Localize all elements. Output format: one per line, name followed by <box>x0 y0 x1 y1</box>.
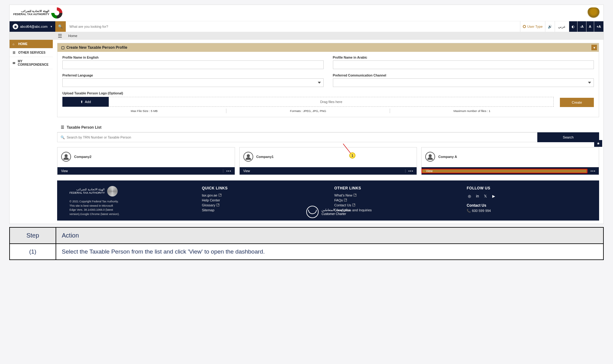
add-file-button[interactable]: ⬆ Add <box>62 97 109 107</box>
brand-header: الهيئة الاتحادية للضرائب FEDERAL TAX AUT… <box>10 5 603 21</box>
sidebar: ⌂ HOME ☰ OTHER SERVICES ✉ MY CORRESPONDE… <box>10 40 53 224</box>
list-search-button[interactable]: Search <box>537 132 599 142</box>
screenshot-region: الهيئة الاتحادية للضرائب FEDERAL TAX AUT… <box>9 5 604 224</box>
footer-logo-en: FEDERAL TAX AUTHORITY <box>69 191 105 195</box>
list-search-wrap: 🔍 <box>57 132 537 142</box>
charter-text-en: Customer Charter <box>321 212 350 216</box>
profile-name-ar-label: Profile Name in Arabic <box>333 56 594 59</box>
profile-name-en-label: Profile Name in English <box>62 56 324 59</box>
hint-max-size: Max File Size : 5 MB <box>62 109 226 113</box>
fta-swirl-icon <box>51 7 62 19</box>
view-button[interactable]: View <box>57 169 223 173</box>
profile-name-ar-input[interactable] <box>333 60 594 69</box>
youtube-icon[interactable]: ▶ <box>491 193 496 199</box>
create-profile-panel: ▢ Create New Taxable Person Profile ▾ Pr… <box>57 43 599 117</box>
list-header: ☰ Taxable Person List <box>57 123 599 132</box>
sidebar-item-other-services[interactable]: ☰ OTHER SERVICES <box>10 48 53 57</box>
user-avatar-icon: ◉ <box>13 24 18 29</box>
contrast-button[interactable]: ◐ <box>569 21 577 32</box>
upload-icon: ⬆ <box>80 100 83 104</box>
copyright-line: © 2021 Copyright Federal Tax Authority. <box>69 200 190 204</box>
charter-text-ar: ميثاق إسعاد المتعاملين <box>321 208 350 212</box>
upload-hints: Max File Size : 5 MB Formats : JPEG, JPG… <box>62 109 554 113</box>
hamburger-menu-button[interactable]: ☰ <box>10 33 65 39</box>
view-button[interactable]: View <box>240 169 405 173</box>
callout-marker-1: 1 <box>349 152 355 159</box>
font-decrease-button[interactable]: -A <box>577 21 586 32</box>
footer-link[interactable]: FAQs <box>334 198 455 202</box>
company-name: Company2 <box>74 155 91 159</box>
sidebar-item-my-correspondence[interactable]: ✉ MY CORRESPONDENCE <box>10 57 53 69</box>
add-button-label: Add <box>85 100 91 104</box>
hint-formats: Formats : JPEG, JPG, PNG <box>226 109 390 113</box>
upload-logo-label: Upload Taxable Person Logo (Optional) <box>62 91 554 95</box>
preferred-language-label: Preferred Language <box>62 73 324 77</box>
follow-us-heading: FOLLOW US <box>467 186 587 190</box>
table-row: (1) Select the Taxable Person from the l… <box>10 244 603 260</box>
language-toggle[interactable]: عربي <box>555 21 569 32</box>
sidebar-label: MY CORRESPONDENCE <box>18 60 50 66</box>
contrast-icon: ◐ <box>572 25 575 29</box>
customer-charter[interactable]: ميثاق إسعاد المتعاملين Customer Charter <box>306 206 350 218</box>
search-button[interactable]: 🔍 <box>55 21 66 32</box>
font-normal-button[interactable]: A <box>586 21 594 32</box>
drag-drop-zone[interactable]: Drag files here <box>109 97 554 107</box>
other-links-heading: OTHER LINKS <box>334 186 455 190</box>
user-type-button[interactable]: User Type <box>520 21 545 32</box>
top-bar: ◉ abcd64@abc.com ▾ 🔍 User Type 🔊 عربي ◐ … <box>10 21 603 32</box>
footer-link[interactable]: Glossary <box>202 203 322 207</box>
chevron-down-icon: ▾ <box>51 25 52 28</box>
card-more-button[interactable]: ••• <box>223 169 235 173</box>
footer-link[interactable]: Contact Us <box>334 203 455 207</box>
preferred-channel-select[interactable] <box>333 78 594 87</box>
preferred-language-select[interactable] <box>62 78 324 87</box>
taxable-person-card: Company1 View ••• <box>239 147 417 175</box>
favourites-tab[interactable]: ★ <box>594 140 602 147</box>
copyright-line: This site is best viewed in Microsoft <box>69 204 190 208</box>
list-search-input[interactable] <box>67 135 534 139</box>
external-link-icon <box>352 204 355 206</box>
phone-icon: 📞 <box>467 209 471 213</box>
taxable-person-list-panel: ☰ Taxable Person List 🔍 Search <box>57 123 599 175</box>
collapse-button[interactable]: ▾ <box>591 45 597 50</box>
action-header: Action <box>56 227 603 244</box>
external-link-icon <box>344 199 347 201</box>
sidebar-item-home[interactable]: ⌂ HOME <box>10 40 53 48</box>
instagram-icon[interactable]: ◎ <box>467 193 472 199</box>
footer-link[interactable]: Sitemap <box>202 208 322 212</box>
list-title: Taxable Person List <box>67 125 101 130</box>
user-type-label: User Type <box>527 25 543 28</box>
global-search-input[interactable] <box>66 21 520 32</box>
contact-us-heading: Contact Us <box>467 203 587 208</box>
copyright-line: Edge Vers. 38.14393.1066.0 (latest <box>69 208 190 212</box>
breadcrumb-bar: ☰ Home <box>10 32 603 40</box>
step-action-table: Step Action (1) Select the Taxable Perso… <box>9 227 604 260</box>
search-icon: 🔍 <box>58 24 63 29</box>
card-more-button[interactable]: ••• <box>587 169 599 173</box>
audio-button[interactable]: 🔊 <box>545 21 555 32</box>
footer-link[interactable]: What's New <box>334 193 455 197</box>
profile-icon: ▢ <box>61 45 65 50</box>
linkedin-icon[interactable]: in <box>475 193 480 199</box>
contact-phone: 📞 600 599 994 <box>467 209 587 213</box>
footer-logo: الهيئة الاتحادية للضرائب FEDERAL TAX AUT… <box>69 186 190 196</box>
view-button-highlighted[interactable]: View <box>422 169 587 173</box>
card-more-button[interactable]: ••• <box>405 169 417 173</box>
user-type-icon <box>523 25 526 28</box>
profile-name-en-input[interactable] <box>62 60 324 69</box>
create-button[interactable]: Create <box>560 98 594 107</box>
user-account-menu[interactable]: ◉ abcd64@abc.com ▾ <box>10 21 55 32</box>
home-icon: ⌂ <box>13 42 16 46</box>
uae-emblem-icon <box>587 7 600 19</box>
font-increase-button[interactable]: +A <box>594 21 603 32</box>
logo-text-en: FEDERAL TAX AUTHORITY <box>13 13 49 16</box>
drag-text: Drag files here <box>320 100 342 104</box>
footer-link[interactable]: Complaints and Inquiries <box>334 208 455 212</box>
footer-swirl-icon <box>107 186 118 196</box>
breadcrumb-home[interactable]: Home <box>65 34 77 38</box>
footer-link[interactable]: Help Center <box>202 198 322 202</box>
footer-link[interactable]: tax.gov.ae <box>202 193 322 197</box>
person-avatar-icon <box>425 152 435 162</box>
twitter-icon[interactable]: 𝕏 <box>483 193 488 199</box>
speaker-icon: 🔊 <box>548 25 552 29</box>
